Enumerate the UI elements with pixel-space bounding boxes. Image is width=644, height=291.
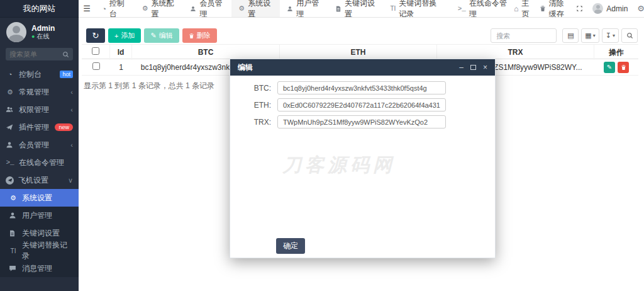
submenu-item-keyword-replace-log[interactable]: TI 关键词替换记录: [0, 242, 79, 260]
sidebar-item-label: 常规管理: [19, 87, 49, 98]
export-button[interactable]: ↧▾: [602, 28, 619, 43]
expand-icon: [576, 5, 583, 12]
search-button[interactable]: [621, 28, 638, 43]
terminal-icon: >_: [6, 159, 14, 166]
record-summary: 显示第 1 到第 1 条记录，总共 1 条记录: [84, 81, 214, 91]
user-status: ●在线: [31, 33, 55, 40]
clear-cache-label: 清除缓存: [549, 0, 567, 18]
sidebar-item-members[interactable]: 会员管理 ‹: [0, 136, 79, 154]
search-icon: [626, 32, 633, 39]
table-header-row: Id BTC ETH TRX 操作: [82, 44, 638, 59]
add-label: 添加: [121, 31, 135, 40]
row-edit-button[interactable]: ✎: [604, 62, 615, 73]
submenu-item-system-settings[interactable]: ⚙ 系统设置: [0, 189, 79, 207]
tab-user-management[interactable]: 用户管理: [280, 0, 328, 17]
clear-cache-link[interactable]: 清除缓存: [540, 0, 567, 18]
submenu-item-keyword-settings[interactable]: 关键词设置: [0, 224, 79, 242]
sidebar-item-plugins[interactable]: 插件管理 new: [0, 118, 79, 136]
search-icon: [62, 51, 69, 58]
top-navbar: ☰ ◔ 控制台 ⚙ 系统配置 会员管理 ⚙ 系统设置 用户管理: [79, 0, 644, 18]
tab-label: 关键词替换记录: [399, 0, 443, 18]
tab-dashboard[interactable]: ◔ 控制台: [95, 0, 135, 17]
minimize-icon[interactable]: –: [459, 64, 464, 71]
cell-id: 1: [110, 63, 132, 72]
gauge-icon: ◔: [102, 5, 106, 13]
trx-field-input[interactable]: [277, 115, 446, 128]
hamburger-icon[interactable]: ☰: [79, 0, 95, 17]
sidebar-item-label: 飞机设置: [18, 175, 48, 186]
tab-system-settings[interactable]: ⚙ 系统设置: [231, 0, 280, 17]
tab-system-config[interactable]: ⚙ 系统配置: [135, 0, 184, 17]
page: 我的网站 Admin ●在线 ◔ 控制台 hot ⚙ 常规管理 ‹: [0, 0, 644, 291]
sidebar-menu: ◔ 控制台 hot ⚙ 常规管理 ‹ 权限管理 ‹ 插件管理: [0, 66, 79, 277]
restore-icon[interactable]: [470, 65, 476, 70]
user-menu[interactable]: Admin: [592, 3, 628, 14]
columns-button[interactable]: ▦▾: [581, 28, 599, 43]
site-title: 我的网站: [0, 0, 79, 18]
chevron-down-icon: ∨: [68, 176, 73, 185]
add-button[interactable]: + 添加: [108, 28, 141, 43]
sidebar-item-label: 在线命令管理: [19, 157, 64, 168]
tab-label: 用户管理: [296, 0, 321, 18]
btc-field-label: BTC:: [230, 84, 271, 93]
gear-icon: ⚙: [142, 4, 148, 13]
sidebar-search-input[interactable]: [9, 50, 62, 58]
hot-badge: hot: [60, 71, 73, 78]
users-icon: [6, 106, 14, 113]
btc-field-input[interactable]: [277, 81, 446, 94]
confirm-button[interactable]: 确定: [276, 238, 305, 254]
paper-plane-icon: [6, 123, 14, 131]
sidebar-item-general[interactable]: ⚙ 常规管理 ‹: [0, 83, 79, 101]
tab-label: 系统配置: [152, 0, 177, 18]
col-header-id: Id: [110, 45, 132, 60]
tab-keyword-replace-log[interactable]: TI 关键词替换记录: [383, 0, 450, 17]
submenu-item-label: 消息管理: [22, 263, 52, 274]
delete-button[interactable]: 删除: [182, 28, 217, 43]
fullscreen-button[interactable]: [576, 5, 583, 12]
select-all-checkbox[interactable]: [92, 47, 99, 55]
row-delete-button[interactable]: [618, 62, 629, 73]
tab-label: 关键词设置: [345, 0, 376, 18]
home-link[interactable]: ⌂ 主页: [514, 0, 530, 18]
user-icon: [190, 6, 196, 12]
tab-keyword-settings[interactable]: 关键词设置: [328, 0, 383, 17]
eth-field-input[interactable]: [277, 98, 446, 111]
file-icon: [335, 6, 341, 12]
col-header-eth: ETH: [280, 45, 437, 60]
trash-icon: [621, 64, 626, 71]
row-checkbox[interactable]: [92, 62, 100, 70]
eth-field-label: ETH:: [230, 101, 271, 110]
sidebar-item-telegram-settings[interactable]: 飞机设置 ∨: [0, 171, 79, 189]
submenu-item-user-management[interactable]: 用户管理: [0, 207, 79, 224]
tab-online-commands[interactable]: >_ 在线命令管理: [451, 0, 514, 17]
submenu-item-message-management[interactable]: 消息管理: [0, 260, 79, 277]
modal-title: 编辑: [238, 62, 253, 73]
tab-members[interactable]: 会员管理: [183, 0, 231, 17]
submenu-item-label: 系统设置: [22, 193, 52, 203]
sidebar-item-dashboard[interactable]: ◔ 控制台 hot: [0, 66, 79, 83]
user-panel: Admin ●在线: [0, 18, 79, 46]
refresh-button[interactable]: ↻: [86, 28, 105, 43]
home-label: 主页: [522, 0, 530, 18]
sidebar-item-permissions[interactable]: 权限管理 ‹: [0, 101, 79, 118]
sidebar-search[interactable]: [6, 48, 73, 60]
tab-label: 控制台: [109, 0, 128, 18]
sidebar-item-label: 插件管理: [19, 122, 49, 133]
close-icon[interactable]: ×: [483, 64, 487, 71]
home-icon: ⌂: [514, 4, 518, 13]
table-search-input[interactable]: [491, 28, 557, 43]
new-badge: new: [55, 123, 73, 131]
caret-down-icon: ▾: [593, 33, 596, 38]
edit-label: 编辑: [159, 31, 173, 40]
terminal-icon: >_: [458, 5, 466, 13]
pagination-toggle-button[interactable]: ▤: [562, 28, 579, 43]
tab-label: 系统设置: [248, 0, 273, 18]
cogs-icon: ⚙: [6, 88, 14, 96]
avatar: [592, 3, 603, 14]
user-icon: [6, 141, 14, 149]
edit-button[interactable]: ✎ 编辑: [144, 28, 179, 43]
cogs-icon[interactable]: ⚙: [637, 4, 644, 13]
modal-header[interactable]: 编辑 – ×: [230, 59, 495, 76]
sidebar: 我的网站 Admin ●在线 ◔ 控制台 hot ⚙ 常规管理 ‹: [0, 0, 79, 291]
sidebar-item-online-commands[interactable]: >_ 在线命令管理: [0, 154, 79, 171]
